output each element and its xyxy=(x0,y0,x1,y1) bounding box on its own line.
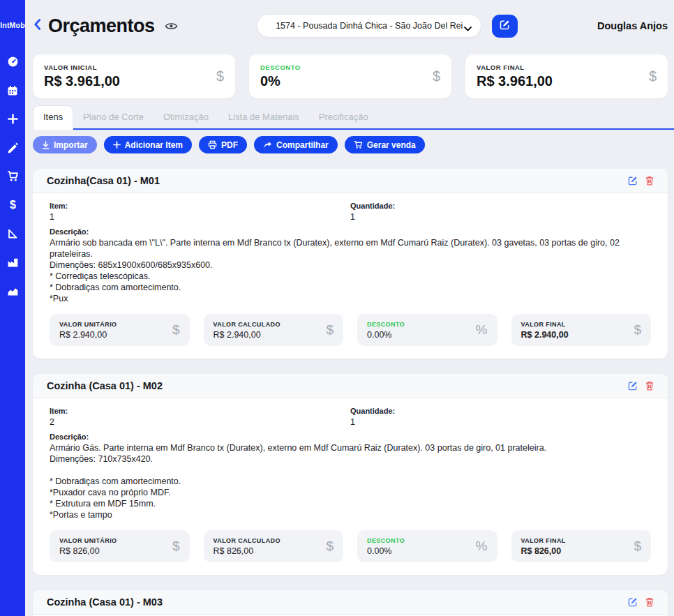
sidebar-item-ruler[interactable] xyxy=(7,229,19,241)
app-logo: IntMob xyxy=(0,21,25,29)
summary-label: VALOR FINAL xyxy=(477,63,553,71)
button-label: PDF xyxy=(221,140,238,150)
importar-button[interactable]: Importar xyxy=(33,136,97,153)
sidebar-item-dashboard[interactable] xyxy=(7,57,19,69)
sidebar-item-reports[interactable] xyxy=(7,286,19,298)
dollar-glyph-icon: $ xyxy=(216,68,224,84)
sidebar-item-design[interactable] xyxy=(7,143,19,155)
value-label: VALOR CALCULADO xyxy=(214,537,280,544)
desconto-box: DESCONTO 0.00% % xyxy=(357,314,497,346)
percent-glyph-icon: % xyxy=(476,322,488,338)
quantity-label: Quantidade: xyxy=(350,407,651,415)
adicionar-item-button[interactable]: Adicionar Item xyxy=(104,136,192,153)
item-fields: Item: 2 Quantidade: 1 xyxy=(50,407,651,427)
delete-item-button[interactable] xyxy=(645,176,654,186)
dollar-glyph-icon: $ xyxy=(326,539,334,554)
edit-item-button[interactable] xyxy=(628,381,638,391)
description-line: * Extrutura em MDF 15mm. xyxy=(50,498,651,509)
item-card-header: Cozinha (Casa 01) - M02 xyxy=(33,374,668,398)
project-select[interactable]: 1574 - Pousada Dinhá Chica - São João De… xyxy=(257,14,481,38)
gerar-venda-button[interactable]: Gerar venda xyxy=(345,136,425,153)
item-values-row: VALOR UNITÁRIO R$ 2.940,00 $ VALOR CALCU… xyxy=(50,314,651,346)
pdf-button[interactable]: PDF xyxy=(199,136,247,153)
item-card-title: Cozinha(Casa 01) - M01 xyxy=(47,175,160,186)
button-label: Importar xyxy=(54,140,88,150)
value-label: VALOR UNITÁRIO xyxy=(59,537,117,544)
sidebar-item-calendar[interactable] xyxy=(7,86,19,98)
value-label: VALOR CALCULADO xyxy=(214,321,280,328)
top-bar: Orçamentos 1574 - Pousada Dinhá Chica - … xyxy=(33,0,668,52)
plus-icon xyxy=(8,114,18,127)
description-line: *Pux xyxy=(50,293,651,304)
valor-final-box: VALOR FINAL R$ 2.940,00 $ xyxy=(511,314,652,346)
summary-card-desconto: DESCONTO 0% $ xyxy=(249,54,451,98)
dollar-glyph-icon: $ xyxy=(172,539,180,554)
dollar-glyph-icon: $ xyxy=(649,68,657,84)
description-line: Dimenções: 710x735x420. xyxy=(50,453,651,465)
button-label: Adicionar Item xyxy=(125,140,183,150)
value-label: VALOR FINAL xyxy=(521,321,569,328)
percent-glyph-icon: % xyxy=(476,539,488,554)
delete-item-button[interactable] xyxy=(645,381,654,391)
summary-value: R$ 3.961,00 xyxy=(477,73,553,89)
description-line: Dimenções: 685x1900x600/685x935x600. xyxy=(50,260,651,271)
visibility-toggle[interactable] xyxy=(165,21,178,33)
title-group: Orçamentos xyxy=(33,15,178,37)
description-line: *Portas e tampo xyxy=(50,509,651,520)
quantity-label: Quantidade: xyxy=(350,202,651,210)
delete-item-button[interactable] xyxy=(645,597,654,607)
summary-card-valor-final: VALOR FINAL R$ 3.961,00 $ xyxy=(465,54,668,98)
button-label: Gerar venda xyxy=(367,140,416,150)
share-icon xyxy=(263,141,272,149)
value-amount: R$ 2.940,00 xyxy=(214,330,280,340)
item-number-field: Item: 1 xyxy=(50,202,350,222)
summary-value: 0% xyxy=(260,73,301,89)
summary-cards: VALOR INICIAL R$ 3.961,00 $ DESCONTO 0% … xyxy=(33,54,668,98)
edit-item-button[interactable] xyxy=(628,597,638,607)
value-label: VALOR UNITÁRIO xyxy=(59,321,117,328)
chart-line-icon xyxy=(7,285,19,299)
edit-pencil-icon xyxy=(500,20,510,32)
summary-value: R$ 3.961,00 xyxy=(44,73,120,89)
tab-otimizacao[interactable]: Otimização xyxy=(153,106,218,128)
sidebar-item-add[interactable] xyxy=(7,114,19,126)
sidebar-item-finance[interactable]: $ xyxy=(7,200,19,212)
tab-plano-de-corte[interactable]: Plano de Corte xyxy=(73,106,153,128)
summary-label: VALOR INICIAL xyxy=(44,63,120,71)
valor-unitario-box: VALOR UNITÁRIO R$ 2.940,00 $ xyxy=(50,314,190,346)
item-fields: Item: 1 Quantidade: 1 xyxy=(50,202,651,222)
item-card-actions xyxy=(628,176,654,186)
quantity-field: Quantidade: 1 xyxy=(350,407,651,427)
tab-itens[interactable]: Itens xyxy=(33,105,73,130)
summary-card-valor-inicial: VALOR INICIAL R$ 3.961,00 $ xyxy=(33,54,235,98)
toolbar: Importar Adicionar Item PDF Compartilhar… xyxy=(33,136,668,153)
description-block: Descrição: Armário Gás. Parte interna em… xyxy=(50,433,651,520)
chevron-left-icon xyxy=(33,18,42,33)
calendar-icon xyxy=(7,85,18,99)
value-amount: 0.00% xyxy=(367,546,405,556)
valor-final-box: VALOR FINAL R$ 826,00 $ xyxy=(511,530,652,562)
cart-icon xyxy=(7,170,19,185)
tab-precificacao[interactable]: Precificação xyxy=(309,106,378,128)
download-icon xyxy=(42,141,50,149)
edit-item-button[interactable] xyxy=(628,176,638,186)
dollar-icon: $ xyxy=(8,199,18,213)
page-title: Orçamentos xyxy=(48,15,155,37)
quantity-value: 1 xyxy=(350,417,651,427)
back-button[interactable] xyxy=(33,18,42,33)
item-card-actions xyxy=(628,381,654,391)
desconto-box: DESCONTO 0.00% % xyxy=(357,530,497,562)
description-line: * Dobradiças com amortecimento. xyxy=(50,282,651,293)
value-amount: R$ 2.940,00 xyxy=(521,330,569,340)
project-select-value: 1574 - Pousada Dinhá Chica - São João De… xyxy=(276,21,463,31)
value-amount: R$ 2.940,00 xyxy=(59,330,117,340)
item-values-row: VALOR UNITÁRIO R$ 826,00 $ VALOR CALCULA… xyxy=(50,530,651,562)
sidebar-item-production[interactable] xyxy=(7,257,19,269)
tab-lista-de-materiais[interactable]: Lista de Materiais xyxy=(218,106,309,128)
item-card-body: Item: 1 Quantidade: 1 Descrição: Armário… xyxy=(33,193,668,359)
compartilhar-button[interactable]: Compartilhar xyxy=(254,136,338,153)
edit-project-button[interactable] xyxy=(492,15,518,38)
set-square-icon xyxy=(7,228,18,242)
sidebar-item-cart[interactable] xyxy=(7,172,19,183)
item-card-body: Item: 2 Quantidade: 1 Descrição: Armário… xyxy=(33,398,668,575)
